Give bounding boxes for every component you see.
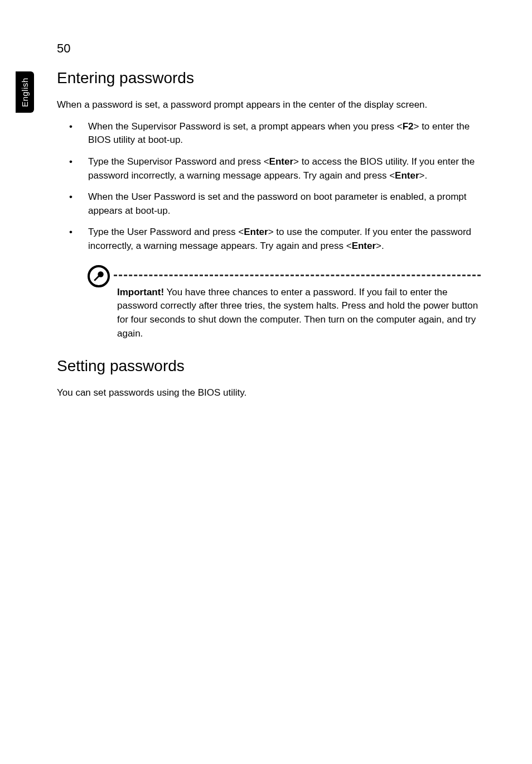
svg-rect-2: [94, 275, 99, 281]
key-f2: F2: [403, 121, 414, 132]
note-divider: [114, 275, 481, 276]
key-enter: Enter: [244, 227, 268, 237]
list-item: When the User Password is set and the pa…: [57, 190, 481, 218]
bullet-list: When the Supervisor Password is set, a p…: [57, 120, 481, 253]
language-tab-label: English: [20, 78, 30, 107]
text: Type the User Password and press <: [88, 227, 244, 237]
text: >.: [419, 170, 428, 181]
key-enter: Enter: [269, 156, 293, 167]
important-label: Important!: [117, 287, 164, 297]
language-tab: English: [16, 71, 34, 113]
key-enter: Enter: [395, 170, 419, 181]
list-item: Type the User Password and press <Enter>…: [57, 225, 481, 253]
text: >.: [376, 241, 384, 251]
section-setting-passwords: Setting passwords You can set passwords …: [57, 357, 481, 400]
text: Type the Supervisor Password and press <: [88, 156, 269, 167]
important-body: You have three chances to enter a passwo…: [117, 287, 478, 339]
list-item: Type the Supervisor Password and press <…: [57, 155, 481, 182]
heading-setting-passwords: Setting passwords: [57, 357, 481, 375]
text: When the User Password is set and the pa…: [88, 191, 466, 216]
important-note: Important! You have three chances to ent…: [57, 261, 481, 341]
important-note-text: Important! You have three chances to ent…: [117, 261, 481, 341]
list-item: When the Supervisor Password is set, a p…: [57, 120, 481, 147]
key-enter: Enter: [352, 241, 376, 251]
setting-body: You can set passwords using the BIOS uti…: [57, 386, 481, 400]
heading-entering-passwords: Entering passwords: [57, 69, 481, 87]
content-area: Entering passwords When a password is se…: [57, 69, 481, 408]
page-root: English 50 Entering passwords When a pas…: [0, 0, 532, 764]
page-number: 50: [57, 41, 70, 56]
pin-icon: [87, 265, 110, 288]
intro-paragraph: When a password is set, a password promp…: [57, 98, 481, 112]
text: When the Supervisor Password is set, a p…: [88, 121, 403, 132]
